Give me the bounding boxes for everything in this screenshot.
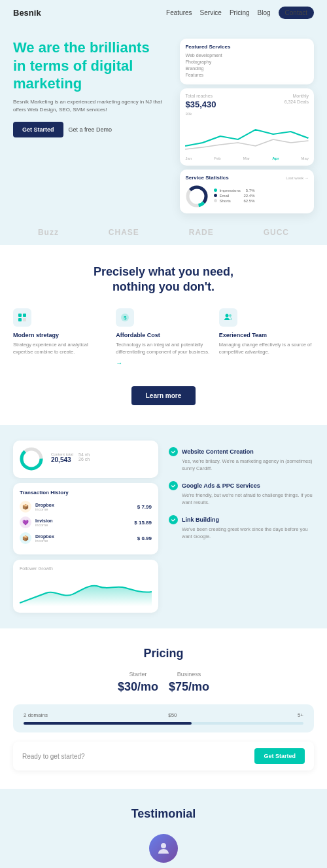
nav-service[interactable]: Service	[200, 9, 222, 16]
feature-name-0: Modern stretagy	[13, 332, 108, 338]
brand-gucc: GUCC	[264, 228, 289, 237]
trans-amount-2: $ 0.99	[137, 535, 152, 541]
trans-icon-2: 📦	[20, 532, 31, 544]
svg-rect-3	[18, 314, 22, 317]
cta-bar: Ready to get started? Get Started	[13, 742, 314, 770]
trans-icon-0: 📦	[20, 501, 31, 513]
trans-item-1: 💜 Invision income $ 15.89	[20, 516, 152, 528]
trans-label-0: income	[35, 507, 133, 511]
featured-services-title: Featured Services	[185, 44, 309, 50]
area-chart	[20, 573, 152, 606]
hero-title: We are the brilliants in terms of digita…	[13, 39, 173, 93]
features-section: Precisely what you need, nothing you don…	[0, 245, 327, 425]
feature-icon-1: $	[116, 308, 134, 327]
slider-fill	[24, 722, 192, 725]
pricing-cards: Starter $30/mo Business $75/mo	[13, 671, 314, 694]
slider-label3: 5+	[298, 712, 303, 718]
feature-desc-1: Technology is an integral and potentiall…	[116, 341, 211, 356]
trans-name-2: Dropbox	[35, 534, 133, 539]
features-grid: Modern stretagy Strategy experience and …	[13, 308, 314, 367]
service-name-2: Link Building	[182, 516, 219, 523]
feature-icon-2	[219, 308, 237, 327]
testimonial-title: Testimonial	[13, 807, 314, 821]
svg-point-13	[161, 843, 166, 848]
monthly-value: 6,324 Deals	[284, 99, 309, 104]
trans-amount-0: $ 7.99	[137, 504, 152, 510]
nav-blog[interactable]: Blog	[258, 9, 271, 16]
mini-stats: Content total 20,543 54 vh 26 ch	[51, 452, 90, 463]
svg-rect-5	[18, 318, 22, 321]
pricing-card-business: Business $75/mo	[169, 671, 209, 694]
avatar	[149, 834, 178, 863]
hero-description: Besnik Marketing is an experienced marke…	[13, 98, 173, 114]
donut-chart	[185, 185, 209, 208]
dashboard-card: Total reaches $35,430 Monthly 6,324 Deal…	[180, 88, 314, 166]
services-right: Website Content Creation Yes, we're bril…	[169, 441, 314, 613]
service-desc-0: Yes, we're brilazy. We're a marketing ag…	[169, 458, 314, 472]
hero-section: We are the brilliants in terms of digita…	[0, 26, 327, 220]
navbar: Besnik Features Service Pricing Blog Con…	[0, 0, 327, 26]
trans-label-1: income	[35, 523, 130, 527]
get-started-button[interactable]: Get Started	[13, 122, 63, 137]
nav-pricing[interactable]: Pricing	[230, 9, 250, 16]
feature-name-2: Exerienced Team	[219, 332, 314, 338]
featured-item-2: Branding	[185, 66, 309, 71]
transaction-card: Transaction History 📦 Dropbox income $ 7…	[13, 483, 158, 554]
slider-label1: 2 domains	[24, 712, 48, 718]
counter-value: 20,543	[51, 456, 73, 463]
featured-item-0: Web development	[185, 53, 309, 58]
feature-arrow: →	[116, 359, 211, 367]
trans-icon-1: 💜	[20, 516, 31, 528]
slider-track[interactable]	[24, 722, 303, 725]
brand-buzz: Buzz	[38, 228, 59, 237]
pricing-title: Pricing	[13, 647, 314, 660]
testimonial-section: Testimonial Daisy Seymour–Designer at Hu…	[0, 789, 327, 868]
services-left: Content total 20,543 54 vh 26 ch Transac…	[13, 441, 158, 613]
cta-text: Ready to get started?	[22, 753, 85, 760]
featured-services-card: Featured Services Web development Photog…	[180, 39, 314, 84]
chart-x-labels: Jan Feb Mar Apr May	[185, 156, 309, 160]
users-icon	[224, 313, 233, 322]
starter-label: Starter	[118, 671, 158, 678]
feature-desc-2: Managing change effectively is a source …	[219, 341, 314, 356]
stats-link[interactable]: Last week →	[286, 176, 309, 180]
hero-right: Featured Services Web development Photog…	[180, 39, 314, 213]
follower-card: Follower Growth	[13, 560, 158, 613]
trans-name-1: Invision	[35, 518, 130, 523]
service-check-1	[169, 481, 178, 490]
trans-item-0: 📦 Dropbox income $ 7.99	[20, 501, 152, 513]
get-demo-button[interactable]: Get a free Demo	[69, 126, 112, 133]
feature-icon-0	[13, 308, 31, 327]
stats-card: Service Statistics Last week → Impressio…	[180, 170, 314, 213]
dollar-icon: $	[120, 313, 129, 322]
main-chart	[185, 120, 309, 153]
grid-icon	[18, 313, 27, 322]
business-label: Business	[169, 671, 209, 678]
feature-card-2: Exerienced Team Managing change effectiv…	[219, 308, 314, 367]
service-item-0: Website Content Creation Yes, we're bril…	[169, 447, 314, 472]
service-desc-1: We're friendly, but we're not afraid to …	[169, 492, 314, 506]
total-reaches-label: Total reaches	[185, 94, 216, 98]
featured-item-1: Photography	[185, 60, 309, 64]
feature-card-0: Modern stretagy Strategy experience and …	[13, 308, 108, 367]
nav-features[interactable]: Features	[166, 9, 192, 16]
learn-more-button[interactable]: Learn more	[131, 386, 196, 405]
nav-links: Features Service Pricing Blog Contact	[166, 7, 314, 19]
feature-desc-0: Strategy experience and analytical exper…	[13, 341, 108, 356]
svg-text:$: $	[124, 315, 127, 321]
service-name-0: Website Content Creation	[182, 448, 254, 455]
nav-contact[interactable]: Contact	[279, 7, 314, 19]
transaction-title: Transaction History	[20, 490, 152, 496]
brand-chase: CHASE	[109, 228, 139, 237]
pricing-slider-area: 2 domains $50 5+	[13, 704, 314, 732]
brands-bar: Buzz CHASE RADE GUCC	[0, 220, 327, 245]
feature-card-1: $ Affordable Cost Technology is an integ…	[116, 308, 211, 367]
features-title: Precisely what you need, nothing you don…	[13, 264, 314, 295]
cta-button[interactable]: Get Started	[254, 748, 305, 764]
service-item-2: Link Building We've been creating great …	[169, 515, 314, 540]
y-label-0: 30k	[185, 112, 192, 116]
services-section: Content total 20,543 54 vh 26 ch Transac…	[0, 425, 327, 628]
trans-name-0: Dropbox	[35, 503, 133, 507]
feature-name-1: Affordable Cost	[116, 332, 211, 338]
stats-title: Service Statistics	[185, 175, 228, 181]
